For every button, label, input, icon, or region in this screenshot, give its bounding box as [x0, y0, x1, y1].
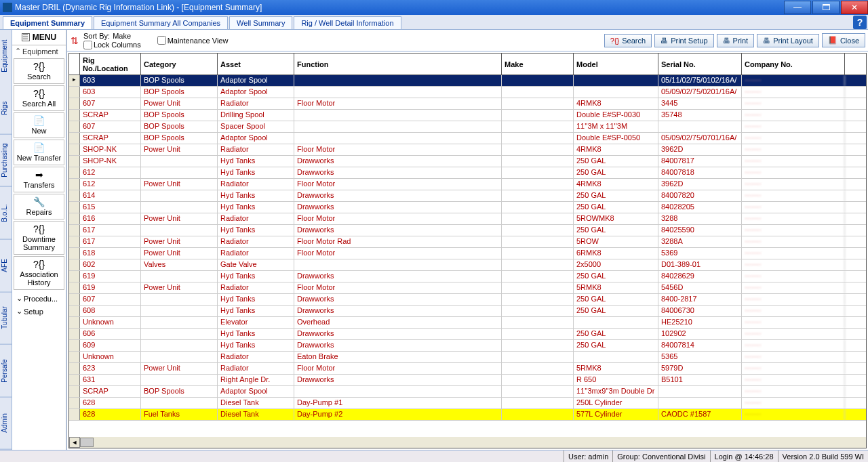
- table-row[interactable]: 609Hyd TanksDrawworks250 GAL84007814····…: [69, 340, 866, 352]
- row-selector[interactable]: [69, 386, 80, 397]
- print-button[interactable]: 🖶Print: [717, 34, 755, 47]
- row-selector[interactable]: [69, 294, 80, 305]
- window-close-button[interactable]: ✕: [841, 1, 868, 14]
- lock-columns-checkbox[interactable]: Lock Columns: [83, 41, 141, 49]
- side-tab-admin[interactable]: Admin: [0, 397, 12, 450]
- row-selector[interactable]: [69, 306, 80, 316]
- maintenance-view-checkbox[interactable]: Maintenance View: [157, 36, 229, 45]
- side-tab-purchasing[interactable]: Purchasing: [0, 134, 12, 187]
- row-selector[interactable]: [69, 110, 80, 121]
- menu-item-association-history[interactable]: ?{}Association History: [14, 256, 64, 290]
- table-row[interactable]: SCRAPBOP SpoolsAdaptor Spool11''3mx9''3m…: [69, 386, 866, 398]
- table-row[interactable]: 631Right Angle Dr.DrawworksR 650B5101···…: [69, 375, 866, 386]
- row-selector[interactable]: [69, 317, 80, 328]
- table-row[interactable]: 616Power UnitRadiatorFloor Motor5ROWMK83…: [69, 213, 866, 225]
- row-selector[interactable]: [69, 167, 80, 178]
- column-header-make[interactable]: Make: [502, 54, 574, 75]
- help-button[interactable]: ?: [853, 16, 867, 29]
- sort-direction-icon[interactable]: ⇅: [70, 35, 79, 46]
- menu-item-repairs[interactable]: 🔧Repairs: [14, 194, 64, 219]
- table-row[interactable]: 606Hyd TanksDrawworks250 GAL102902······…: [69, 329, 866, 340]
- table-row[interactable]: 603BOP SpoolsAdaptor Spool05/09/02/75/02…: [69, 87, 866, 98]
- tab-equipment-summary[interactable]: Equipment Summary: [3, 16, 92, 29]
- row-selector[interactable]: [69, 340, 80, 351]
- side-tab-rigs[interactable]: Rigs: [0, 82, 12, 135]
- column-header-company-no-[interactable]: Company No.: [742, 54, 845, 75]
- table-row[interactable]: 628Fuel TanksDiesel TankDay-Pump #2577L …: [69, 409, 866, 421]
- column-header-rig-no-location[interactable]: Rig No./Location: [80, 54, 141, 75]
- column-header-asset[interactable]: Asset: [218, 54, 294, 75]
- side-tab-equipment[interactable]: Equipment: [0, 30, 12, 82]
- table-row[interactable]: 603BOP SpoolsAdaptor Spool05/11/02/75/01…: [69, 75, 866, 87]
- menu-item-search[interactable]: ?{}Search: [14, 58, 64, 84]
- table-row[interactable]: 619Power UnitRadiatorFloor Motor5RMK8545…: [69, 282, 866, 294]
- row-selector[interactable]: [69, 156, 80, 167]
- table-row[interactable]: SCRAPBOP SpoolsAdaptor SpoolDouble E#SP-…: [69, 133, 866, 144]
- table-row[interactable]: 615Hyd TanksDrawworks250 GAL84028205····…: [69, 202, 866, 213]
- table-row[interactable]: 614Hyd TanksDrawworks250 GAL84007820····…: [69, 190, 866, 202]
- row-selector[interactable]: [69, 363, 80, 374]
- row-selector[interactable]: [69, 133, 80, 144]
- row-selector[interactable]: [69, 329, 80, 339]
- print-setup-button[interactable]: 🖶Print Setup: [654, 34, 713, 47]
- row-selector[interactable]: [69, 236, 80, 247]
- row-selector[interactable]: [69, 282, 80, 293]
- menu-item-setup[interactable]: ⌄Setup: [14, 306, 64, 317]
- row-selector[interactable]: [69, 271, 80, 282]
- menu-item-new-transfer[interactable]: 📄New Transfer: [14, 140, 64, 165]
- side-tab-tubular[interactable]: Tubular: [0, 292, 12, 345]
- horizontal-scrollbar[interactable]: ◄: [69, 437, 866, 448]
- search-button[interactable]: ?{}Search: [604, 34, 652, 47]
- row-selector[interactable]: [69, 75, 80, 86]
- print-layout-button[interactable]: 🖶Print Layout: [757, 34, 819, 47]
- row-selector[interactable]: [69, 144, 80, 155]
- table-row[interactable]: 617Hyd TanksDrawworks250 GAL84025590····…: [69, 225, 866, 236]
- table-row[interactable]: UnknownElevatorOverheadHE25210········: [69, 317, 866, 329]
- menu-item-new[interactable]: 📄New: [14, 112, 64, 138]
- row-selector[interactable]: [69, 352, 80, 362]
- menu-item-transfers[interactable]: ➡Transfers: [14, 167, 64, 192]
- column-header-function[interactable]: Function: [294, 54, 502, 75]
- tab-well-summary[interactable]: Well Summary: [229, 16, 292, 29]
- row-selector[interactable]: [69, 179, 80, 190]
- table-row[interactable]: SHOP-NKHyd TanksDrawworks250 GAL84007817…: [69, 156, 866, 167]
- tab-rig-well-detail-information[interactable]: Rig / Well Detail Information: [294, 16, 401, 29]
- row-selector[interactable]: [69, 375, 80, 385]
- column-header-model[interactable]: Model: [574, 54, 658, 75]
- table-row[interactable]: 602ValvesGate Valve2x5000D01-389-01·····…: [69, 259, 866, 271]
- table-row[interactable]: 612Power UnitRadiatorFloor Motor4RMK8396…: [69, 179, 866, 190]
- row-selector[interactable]: [69, 398, 80, 408]
- row-selector[interactable]: [69, 121, 80, 132]
- table-row[interactable]: 612Hyd TanksDrawworks250 GAL84007818····…: [69, 167, 866, 179]
- side-tab-b-o-l-[interactable]: B.o.L.: [0, 187, 12, 240]
- maximize-button[interactable]: 🗖: [812, 1, 840, 14]
- tab-equipment-summary-all-companies[interactable]: Equipment Summary All Companies: [94, 16, 228, 29]
- row-selector[interactable]: [69, 259, 80, 270]
- table-row[interactable]: 608Hyd TanksDrawworks250 GAL84006730····…: [69, 306, 866, 317]
- row-selector[interactable]: [69, 213, 80, 224]
- menu-item-procedu...[interactable]: ⌄Procedu...: [14, 293, 64, 304]
- scroll-thumb[interactable]: [80, 438, 94, 447]
- menu-item-downtime-summary[interactable]: ?{}Downtime Summary: [14, 221, 64, 255]
- table-row[interactable]: 607BOP SpoolsSpacer Spool11''3M x 11''3M…: [69, 121, 866, 133]
- row-selector[interactable]: [69, 190, 80, 201]
- table-row[interactable]: 628Diesel TankDay-Pump #1250L Cylinder··…: [69, 398, 866, 409]
- grid-body[interactable]: 603BOP SpoolsAdaptor Spool05/11/02/75/01…: [69, 75, 866, 437]
- row-selector[interactable]: [69, 202, 80, 213]
- scroll-left-icon[interactable]: ◄: [69, 437, 80, 448]
- table-row[interactable]: 607Hyd TanksDrawworks250 GAL8400-2817···…: [69, 294, 866, 306]
- data-grid[interactable]: Rig No./LocationCategoryAssetFunctionMak…: [68, 53, 867, 448]
- table-row[interactable]: 618Power UnitRadiatorFloor Motor6RMK8536…: [69, 248, 866, 259]
- column-header-serial-no-[interactable]: Serial No.: [658, 54, 742, 75]
- row-selector[interactable]: [69, 409, 80, 420]
- table-row[interactable]: 607Power UnitRadiatorFloor Motor4RMK8344…: [69, 98, 866, 110]
- table-row[interactable]: 617Power UnitRadiatorFloor Motor Rad5ROW…: [69, 236, 866, 248]
- table-row[interactable]: 623Power UnitRadiatorFloor Motor5RMK8597…: [69, 363, 866, 375]
- table-row[interactable]: UnknownRadiatorEaton Brake5365········: [69, 352, 866, 363]
- row-selector[interactable]: [69, 98, 80, 109]
- table-row[interactable]: 619Hyd TanksDrawworks250 GAL84028629····…: [69, 271, 866, 282]
- row-selector[interactable]: [69, 225, 80, 236]
- side-tab-afe[interactable]: AFE: [0, 240, 12, 293]
- column-header-category[interactable]: Category: [141, 54, 218, 75]
- row-selector[interactable]: [69, 87, 80, 98]
